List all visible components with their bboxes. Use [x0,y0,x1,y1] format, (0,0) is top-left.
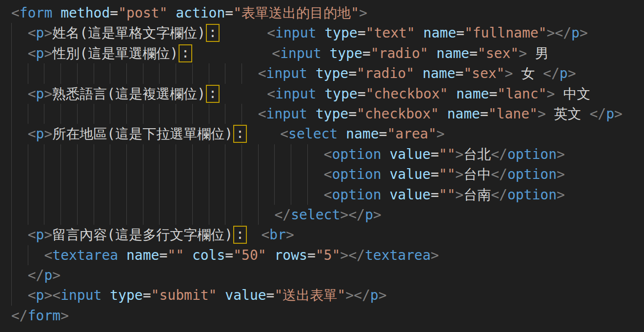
code-line[interactable]: <textarea name="" cols="50" rows="5"></t… [11,245,644,265]
code-token: = [469,45,478,61]
code-token: ></ [345,287,370,303]
code-token: < [267,86,275,102]
unicode-highlight-box: : [206,85,220,103]
code-token: </ [274,207,291,223]
code-token: = [307,247,316,263]
code-line[interactable]: </select></p> [11,205,644,225]
code-token: < [28,45,36,61]
code-token: 女 [513,65,543,81]
code-token: "checkbox" [357,106,439,122]
code-token: p [36,86,44,102]
code-token: "送出表單" [274,287,345,303]
code-token: form [28,308,60,324]
code-token: = [431,146,439,162]
code-line[interactable]: </form> [11,306,644,326]
code-token: "checkbox" [366,86,448,102]
code-token: p [44,267,52,283]
code-token: "5" [316,247,341,263]
code-token: > [437,126,445,142]
code-token: p [36,25,44,41]
code-token: 台北 [463,146,491,162]
code-token: value [389,166,430,182]
code-token [52,5,60,21]
code-token: < [258,106,266,122]
code-token: 台中 [463,166,491,182]
code-token: 英文 [546,106,590,122]
code-line[interactable]: <p>姓名(這是單格文字欄位):<input type="text" name=… [11,23,644,43]
code-token: type [316,106,348,122]
code-token: option [507,187,557,203]
code-token [307,106,316,122]
code-token: p [365,207,373,223]
code-line[interactable]: </p> [11,265,644,285]
code-line[interactable]: <p><input type="submit" value="送出表單"></p… [11,285,644,305]
code-token [316,86,324,102]
code-token [382,166,390,182]
code-token [322,45,330,61]
code-token: option [507,146,557,162]
code-token: > [44,126,52,142]
code-line[interactable]: <option value="">台中</option> [11,164,644,184]
code-token: > [44,86,52,102]
indent-guides [11,265,28,285]
code-token: p [36,45,44,61]
code-token: input [266,65,307,81]
code-token [316,25,324,41]
code-token: 留言內容(這是多行文字欄位) [52,227,233,243]
aligned-code-segment: <input type="text" name="fullname"></p> [267,23,588,43]
code-token: = [362,45,371,61]
code-token: type [316,65,348,81]
unicode-highlight-box: : [233,226,247,244]
code-token: p [606,106,614,122]
aligned-code-segment: <select name="area"> [280,124,444,144]
code-token: = [348,65,357,81]
indent-guides [11,285,28,305]
unicode-highlight-box: : [179,44,192,62]
code-token: </ [28,267,44,283]
code-token: </ [491,166,507,182]
code-line[interactable]: <option value="">台南</option> [11,185,644,205]
code-token: = [431,166,439,182]
code-line[interactable]: <form method="post" action="表單送出的目的地"> [11,3,644,23]
code-token: > [455,187,463,203]
code-line[interactable]: <input type="radio" name="sex"> 女 </p> [11,63,644,83]
code-token: name [447,106,480,122]
code-token [217,287,225,303]
code-token: < [44,247,52,263]
code-token: value [225,287,266,303]
code-token [382,187,390,203]
code-token: 熟悉語言(這是複選欄位) [52,86,205,102]
indent-guides [11,124,28,144]
code-line[interactable]: <option value="">台北</option> [11,144,644,164]
code-token: "lane" [488,106,538,122]
indent-guides [11,144,324,164]
code-line[interactable]: <input type="checkbox" name="lane"> 英文 <… [11,104,644,124]
code-line[interactable]: <p>所在地區(這是下拉選單欄位):<select name="area"> [11,124,644,144]
code-token: textarea [52,247,118,263]
code-token: action [176,5,225,21]
code-token: "lanc" [497,86,546,102]
indent-guides [11,104,258,124]
code-token: form [20,5,52,21]
code-line[interactable]: <p>熟悉語言(這是複選欄位):<input type="checkbox" n… [11,84,644,104]
code-line[interactable]: <p>留言內容(這是多行文字欄位):<br> [11,225,644,245]
code-token: = [348,106,357,122]
code-token: > [359,5,367,21]
code-token: name [423,65,455,81]
code-token [428,45,437,61]
code-line[interactable]: <p>性別(這是單選欄位):<input type="radio" name="… [11,43,644,63]
indent-guides [11,43,28,63]
unicode-highlight-box: : [206,24,220,42]
code-token: p [36,126,44,142]
code-editor[interactable]: <form method="post" action="表單送出的目的地"><p… [0,0,644,332]
code-token: input [275,25,316,41]
code-token: option [507,166,557,182]
indent-guides [11,84,28,104]
code-token: > [44,45,52,61]
code-token: > [431,247,439,263]
code-token: cols [192,247,225,263]
code-token: </ [11,308,28,324]
code-token: = [225,247,233,263]
indent-guides [11,164,324,184]
code-token: = [456,25,464,41]
